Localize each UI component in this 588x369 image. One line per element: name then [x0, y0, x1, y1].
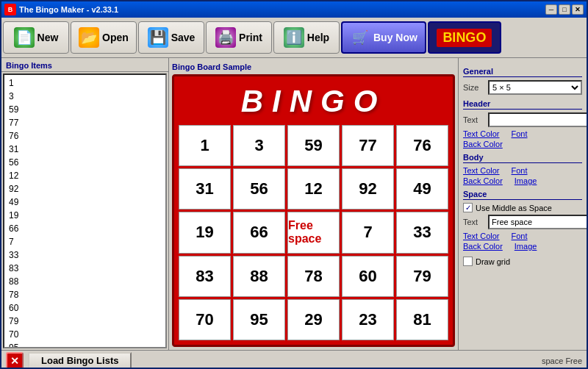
- list-item[interactable]: 59: [6, 103, 164, 116]
- list-item[interactable]: 77: [6, 116, 164, 129]
- save-button[interactable]: 💾 Save: [138, 21, 204, 54]
- list-item[interactable]: 49: [6, 196, 164, 209]
- buy-now-button[interactable]: 🛒 Buy Now: [341, 21, 426, 54]
- help-icon: ℹ️: [284, 27, 304, 48]
- header-text-color-link[interactable]: Text Color: [463, 129, 500, 138]
- right-panel: General Size 5 × 5 4 × 4 3 × 3 Header Te…: [458, 58, 587, 350]
- maximize-button[interactable]: □: [559, 4, 570, 15]
- bingo-cell[interactable]: 31: [179, 168, 231, 209]
- bingo-cell[interactable]: 49: [396, 168, 448, 209]
- bingo-items-list[interactable]: 1359777631561292491966733838878607970952…: [3, 74, 167, 348]
- open-label: Open: [102, 32, 129, 43]
- list-item[interactable]: 95: [6, 341, 164, 348]
- minimize-button[interactable]: ─: [545, 4, 557, 15]
- list-item[interactable]: 33: [6, 248, 164, 262]
- bingo-cell[interactable]: Free space: [287, 212, 340, 253]
- header-back-row: Back Color: [463, 140, 582, 148]
- bingo-logo[interactable]: BINGO: [428, 21, 501, 54]
- list-item[interactable]: 70: [6, 328, 164, 341]
- bingo-cell[interactable]: 60: [342, 256, 394, 297]
- buy-icon: 🛒: [350, 27, 370, 48]
- draw-grid-label: Draw grid: [476, 257, 510, 266]
- bingo-cell[interactable]: 19: [179, 212, 231, 253]
- header-colors-row: Text Color Font: [463, 129, 582, 138]
- new-button[interactable]: 📄 New: [3, 21, 69, 54]
- list-item[interactable]: 76: [6, 129, 164, 143]
- bingo-cell[interactable]: 29: [287, 299, 340, 340]
- space-text-input[interactable]: [488, 215, 587, 229]
- bingo-cell[interactable]: 79: [396, 256, 448, 297]
- bingo-cell[interactable]: 66: [233, 212, 285, 253]
- header-text-input[interactable]: [488, 112, 587, 127]
- space-back-row: Back Color Image: [463, 242, 582, 251]
- title-bar: B The Bingo Maker - v2.33.1 ─ □ ✕: [1, 1, 587, 18]
- size-select[interactable]: 5 × 5 4 × 4 3 × 3: [488, 80, 582, 95]
- close-button[interactable]: ✕: [572, 4, 584, 15]
- space-text-row: Text: [463, 215, 582, 229]
- bingo-cell[interactable]: 81: [396, 299, 448, 340]
- bingo-cell[interactable]: 12: [287, 168, 340, 209]
- bingo-logo-text: BINGO: [437, 29, 492, 47]
- bingo-cell[interactable]: 1: [179, 125, 231, 166]
- delete-button[interactable]: ✕: [6, 352, 24, 370]
- bingo-cell[interactable]: 23: [342, 299, 394, 340]
- bingo-cell[interactable]: 92: [342, 168, 394, 209]
- save-icon: 💾: [148, 27, 168, 48]
- list-item[interactable]: 7: [6, 235, 164, 248]
- bingo-cell[interactable]: 56: [233, 168, 285, 209]
- load-bingo-lists-button[interactable]: Load Bingo Lists: [28, 352, 132, 370]
- bingo-cell[interactable]: 88: [233, 256, 285, 297]
- body-text-row: Text Color Font: [463, 166, 582, 175]
- list-item[interactable]: 88: [6, 275, 164, 288]
- list-item[interactable]: 92: [6, 182, 164, 196]
- draw-grid-row: Draw grid: [463, 257, 582, 266]
- list-item[interactable]: 79: [6, 315, 164, 328]
- general-section-label: General: [463, 67, 582, 77]
- use-middle-label: Use Middle as Space: [476, 204, 552, 212]
- draw-grid-checkbox[interactable]: [463, 257, 473, 266]
- bingo-grid: 1359777631561292491966Free space73383887…: [179, 125, 448, 340]
- body-text-color-link[interactable]: Text Color: [463, 166, 500, 175]
- list-item[interactable]: 83: [6, 262, 164, 275]
- list-item[interactable]: 78: [6, 288, 164, 301]
- bingo-cell[interactable]: 77: [342, 125, 394, 166]
- space-font-link[interactable]: Font: [512, 232, 528, 240]
- body-font-link[interactable]: Font: [512, 166, 528, 175]
- header-font-link[interactable]: Font: [512, 129, 528, 138]
- space-back-color-link[interactable]: Back Color: [463, 242, 503, 251]
- help-button[interactable]: ℹ️ Help: [273, 21, 340, 54]
- list-item[interactable]: 60: [6, 301, 164, 315]
- header-text-row: Text: [463, 112, 582, 127]
- space-text-color-link[interactable]: Text Color: [463, 232, 500, 240]
- bingo-cell[interactable]: 83: [179, 256, 231, 297]
- header-back-color-link[interactable]: Back Color: [463, 140, 503, 148]
- body-image-link[interactable]: Image: [514, 176, 537, 185]
- list-item[interactable]: 31: [6, 143, 164, 156]
- main-content: Bingo Items 1359777631561292491966733838…: [1, 58, 587, 350]
- bingo-cell[interactable]: 95: [233, 299, 285, 340]
- list-item[interactable]: 1: [6, 76, 164, 90]
- list-item[interactable]: 66: [6, 222, 164, 235]
- bingo-cell[interactable]: 78: [287, 256, 340, 297]
- use-middle-checkbox[interactable]: ✓: [463, 203, 473, 212]
- center-panel: Bingo Board Sample BINGO 135977763156129…: [169, 58, 458, 350]
- body-back-color-link[interactable]: Back Color: [463, 176, 503, 185]
- bingo-cell[interactable]: 70: [179, 299, 231, 340]
- bingo-cell[interactable]: 59: [287, 125, 340, 166]
- space-image-link[interactable]: Image: [514, 242, 537, 251]
- list-item[interactable]: 56: [6, 156, 164, 169]
- header-text-label: Text: [463, 115, 485, 124]
- bingo-cell[interactable]: 3: [233, 125, 285, 166]
- list-item[interactable]: 12: [6, 169, 164, 182]
- size-label: Size: [463, 83, 485, 92]
- list-item[interactable]: 19: [6, 209, 164, 222]
- print-icon: 🖨️: [215, 27, 236, 48]
- new-icon: 📄: [14, 27, 35, 48]
- space-text-color-row: Text Color Font: [463, 232, 582, 240]
- print-button[interactable]: 🖨️ Print: [206, 21, 272, 54]
- list-item[interactable]: 3: [6, 90, 164, 103]
- open-button[interactable]: 📂 Open: [71, 21, 137, 54]
- bingo-cell[interactable]: 7: [342, 212, 394, 253]
- bingo-cell[interactable]: 33: [396, 212, 448, 253]
- bingo-cell[interactable]: 76: [396, 125, 448, 166]
